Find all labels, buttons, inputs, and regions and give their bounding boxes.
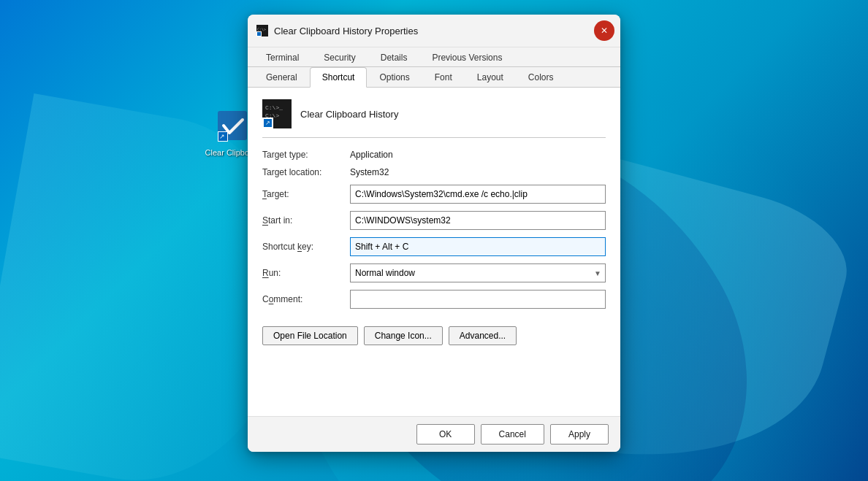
app-name-label: Clear Clipboard History xyxy=(300,109,398,120)
dialog-footer: OK Cancel Apply xyxy=(248,416,620,452)
tab-general[interactable]: General xyxy=(254,67,310,88)
run-label: Run: xyxy=(262,268,350,278)
run-select-wrapper: Normal window Minimized Maximized ▼ xyxy=(350,263,606,282)
cmd-arrow-inner: ↗ xyxy=(264,119,272,127)
tab-options[interactable]: Options xyxy=(367,67,422,88)
start-in-row: Start in: xyxy=(262,211,606,230)
target-label: Target: xyxy=(262,189,350,199)
target-location-value: System32 xyxy=(350,167,389,177)
app-icon: C:\>_C:\> ↗ xyxy=(262,99,292,128)
tab-row-2: General Shortcut Options Font Layout Col… xyxy=(248,67,620,88)
shortcut-key-label: Shortcut key: xyxy=(262,242,350,252)
target-type-label: Target type: xyxy=(262,150,350,160)
ok-button[interactable]: OK xyxy=(416,424,475,445)
shortcut-key-input[interactable] xyxy=(350,237,606,256)
target-type-value: Application xyxy=(350,150,393,160)
cancel-button[interactable]: Cancel xyxy=(481,424,544,445)
tab-terminal[interactable]: Terminal xyxy=(254,47,311,67)
shortcut-key-row: Shortcut key: xyxy=(262,237,606,256)
advanced-button[interactable]: Advanced... xyxy=(449,326,517,345)
app-header: C:\>_C:\> ↗ Clear Clipboard History xyxy=(262,99,606,138)
tab-security[interactable]: Security xyxy=(311,47,368,67)
tab-layout[interactable]: Layout xyxy=(465,67,516,88)
tab-bar: Terminal Security Details Previous Versi… xyxy=(248,47,620,88)
cmd-arrow-overlay: ↗ xyxy=(262,118,273,128)
tab-font[interactable]: Font xyxy=(422,67,465,88)
run-row: Run: Normal window Minimized Maximized ▼ xyxy=(262,263,606,282)
change-icon-button[interactable]: Change Icon... xyxy=(364,326,443,345)
apply-button[interactable]: Apply xyxy=(550,424,609,445)
title-icon: C:\> xyxy=(256,25,268,36)
target-row: Target: xyxy=(262,185,606,204)
svg-rect-7 xyxy=(257,32,261,36)
dialog-title: Clear Clipboard History Properties xyxy=(274,26,418,36)
dialog-overlay: C:\> Clear Clipboard History Properties … xyxy=(0,0,868,481)
target-location-row: Target location: System32 xyxy=(262,167,606,177)
open-file-location-button[interactable]: Open File Location xyxy=(262,326,358,345)
start-in-input[interactable] xyxy=(350,211,606,230)
tab-previous-versions[interactable]: Previous Versions xyxy=(419,47,514,67)
svg-text:C:\>: C:\> xyxy=(257,27,266,31)
dialog-body: C:\>_C:\> ↗ Clear Clipboard History Targ… xyxy=(248,88,620,416)
properties-dialog: C:\> Clear Clipboard History Properties … xyxy=(248,15,620,452)
desktop: ↗ Clear Clipboar... C:\> Clear Clipboard… xyxy=(0,0,868,481)
target-type-row: Target type: Application xyxy=(262,150,606,160)
close-button[interactable]: ✕ xyxy=(594,20,614,41)
tab-details[interactable]: Details xyxy=(368,47,420,67)
start-in-label: Start in: xyxy=(262,215,350,226)
target-input[interactable] xyxy=(350,185,606,204)
comment-row: Comment: xyxy=(262,290,606,309)
tab-row-1: Terminal Security Details Previous Versi… xyxy=(248,47,620,67)
tab-colors[interactable]: Colors xyxy=(516,67,566,88)
title-bar-left: C:\> Clear Clipboard History Properties xyxy=(256,25,418,36)
run-select[interactable]: Normal window Minimized Maximized xyxy=(350,263,606,282)
comment-label: Comment: xyxy=(262,294,350,304)
tab-shortcut[interactable]: Shortcut xyxy=(310,67,368,88)
action-buttons: Open File Location Change Icon... Advanc… xyxy=(262,326,606,345)
target-location-label: Target location: xyxy=(262,167,350,177)
title-bar: C:\> Clear Clipboard History Properties … xyxy=(248,15,620,47)
comment-input[interactable] xyxy=(350,290,606,309)
